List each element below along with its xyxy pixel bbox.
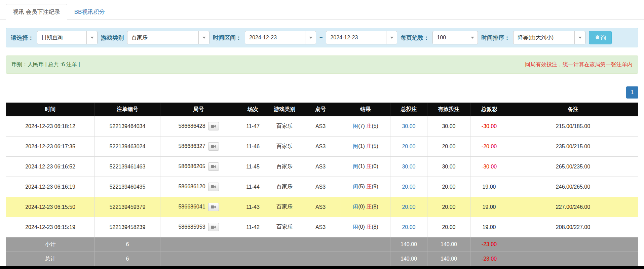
cell-time: 2024-12-23 06:15:50	[6, 197, 95, 217]
cell-table-no: AS3	[300, 177, 341, 197]
summary-label: 总计	[6, 252, 95, 266]
cell-table-no: AS3	[300, 157, 341, 177]
video-camera-icon	[211, 165, 216, 168]
col-header-total-bet: 总投注	[390, 103, 427, 116]
cell-session: 11-47	[237, 116, 269, 137]
cell-total-bet: 20.00	[390, 177, 427, 197]
cell-game-type: 百家乐	[269, 217, 300, 237]
result-banker-value: (8)	[372, 224, 378, 230]
cell-round-id: 586686041	[160, 197, 237, 217]
video-camera-icon	[211, 225, 216, 229]
video-replay-button[interactable]	[208, 223, 219, 231]
cell-round-id: 586685953	[160, 217, 237, 237]
result-banker-value: (0)	[372, 163, 378, 169]
tab-bb-video-points[interactable]: BB视讯积分	[67, 4, 112, 20]
cell-game-type: 百家乐	[269, 197, 300, 217]
summary-total-bet: 140.00	[390, 252, 427, 266]
result-banker-value: (5)	[372, 123, 378, 129]
video-replay-button[interactable]	[208, 203, 219, 211]
tab-video-bet-records[interactable]: 视讯 会员下注纪录	[6, 4, 67, 20]
summary-empty	[269, 237, 300, 252]
cell-session: 11-42	[237, 217, 269, 237]
result-player-value: (1)	[358, 143, 365, 149]
cell-table-no: AS3	[300, 197, 341, 217]
result-player-value: (0)	[358, 224, 365, 230]
total-bet-link[interactable]: 20.00	[402, 184, 415, 190]
cell-total-bet: 30.00	[390, 157, 427, 177]
summary-valid-bet: 140.00	[427, 237, 470, 252]
video-replay-button[interactable]	[208, 142, 219, 151]
summary-empty	[508, 237, 638, 252]
summary-payout: -23.00	[470, 237, 508, 252]
result-banker-value: (9)	[372, 184, 378, 189]
valid-bet-notice-text: 同局有效投注，统一计算在该局第一张注单内	[525, 61, 633, 68]
col-header-bet-id: 注单编号	[95, 103, 160, 116]
tab-bar: 视讯 会员下注纪录 BB视讯积分	[0, 0, 644, 20]
result-banker-label: 庄	[366, 123, 372, 129]
table-row: 2024-12-23 06:16:52 522139461463 5866862…	[6, 157, 638, 177]
filter-bar: 请选择： 日期查询 游戏类别 百家乐 时间区间： 2024-12-23 ~ 20…	[6, 28, 638, 47]
table-row: 2024-12-23 06:15:50 522139459379 5866860…	[6, 197, 638, 217]
summary-empty	[341, 252, 390, 266]
col-header-valid-bet: 有效投注	[427, 103, 470, 116]
col-header-session: 场次	[237, 103, 269, 116]
cell-payout: 19.00	[470, 217, 508, 237]
summary-empty	[237, 252, 269, 266]
round-id-text: 586686327	[178, 143, 205, 149]
total-bet-link[interactable]: 20.00	[402, 224, 415, 230]
cell-total-bet: 20.00	[390, 217, 427, 237]
page-size-label: 每页笔数：	[401, 34, 429, 42]
cell-game-type: 百家乐	[269, 137, 300, 157]
game-type-select[interactable]: 百家乐	[127, 31, 210, 44]
result-player-label: 闲	[353, 163, 358, 169]
date-from-select[interactable]: 2024-12-23	[245, 31, 316, 44]
video-replay-button[interactable]	[208, 122, 219, 130]
summary-empty	[341, 237, 390, 252]
date-to-select[interactable]: 2024-12-23	[326, 31, 397, 44]
page-button-1[interactable]: 1	[626, 86, 638, 99]
cell-valid-bet: 20.00	[427, 177, 470, 197]
summary-label: 小计	[6, 237, 95, 252]
round-id-text: 586685953	[178, 224, 205, 230]
info-bar: 币别：人民币 | 总共 :6 注单 | 同局有效投注，统一计算在该局第一张注单内	[6, 55, 638, 74]
total-bet-link[interactable]: 20.00	[402, 144, 415, 149]
cell-session: 11-45	[237, 157, 269, 177]
table-row: 2024-12-23 06:15:19 522139458239 5866859…	[6, 217, 638, 237]
cell-payout: 19.00	[470, 197, 508, 217]
table-row: 2024-12-23 06:18:12 522139464034 5866864…	[6, 116, 638, 137]
video-replay-button[interactable]	[208, 183, 219, 191]
cell-result: 闲(0) 庄(8)	[341, 217, 390, 237]
chevron-down-icon	[305, 31, 316, 44]
total-bet-link[interactable]: 20.00	[402, 204, 415, 210]
query-type-select[interactable]: 日期查询	[37, 31, 98, 44]
page-size-select[interactable]: 100	[432, 31, 478, 44]
summary-total-bet: 140.00	[390, 237, 427, 252]
result-banker-label: 庄	[366, 224, 372, 230]
total-bet-link[interactable]: 30.00	[402, 123, 415, 129]
summary-count: 6	[95, 252, 160, 266]
query-button[interactable]: 查询	[589, 31, 612, 44]
cell-time: 2024-12-23 06:18:12	[6, 116, 95, 137]
summary-count: 6	[95, 237, 160, 252]
video-camera-icon	[211, 205, 216, 209]
cell-remark: 235.00/215.00	[508, 137, 638, 157]
col-header-time: 时间	[6, 103, 95, 116]
date-from-value: 2024-12-23	[249, 35, 277, 41]
cell-game-type: 百家乐	[269, 177, 300, 197]
sort-order-select[interactable]: 降幂(由大到小)	[513, 31, 585, 44]
total-bet-link[interactable]: 30.00	[402, 164, 415, 169]
result-player-value: (7)	[358, 123, 365, 129]
cell-result: 闲(5) 庄(9)	[341, 177, 390, 197]
cell-bet-id: 522139463024	[95, 137, 160, 157]
cell-round-id: 586686120	[160, 177, 237, 197]
cell-table-no: AS3	[300, 116, 341, 137]
cell-payout: 19.00	[470, 177, 508, 197]
cell-time: 2024-12-23 06:17:35	[6, 137, 95, 157]
result-banker-label: 庄	[366, 184, 372, 189]
pagination: 1	[6, 86, 638, 99]
cell-time: 2024-12-23 06:16:52	[6, 157, 95, 177]
cell-valid-bet: 20.00	[427, 217, 470, 237]
video-replay-button[interactable]	[208, 162, 219, 171]
cell-table-no: AS3	[300, 217, 341, 237]
sort-order-value: 降幂(由大到小)	[518, 34, 554, 41]
